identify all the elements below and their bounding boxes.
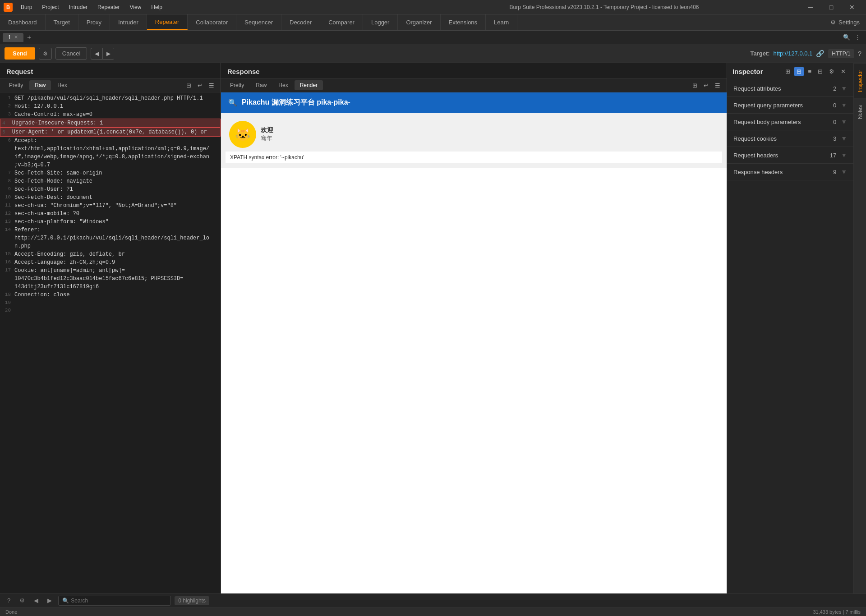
request-tab-raw[interactable]: Raw xyxy=(29,80,51,90)
link-icon[interactable]: 🔗 xyxy=(816,50,825,58)
tab-search-icon[interactable]: 🔍 xyxy=(841,32,852,42)
code-line-6b: text/html,application/xhtml+xml,applicat… xyxy=(0,145,221,153)
inspector-chevron-cookies: ▼ xyxy=(841,135,847,142)
nav-tab-collaborator[interactable]: Collaborator xyxy=(188,14,236,30)
tab-bar: 1 ✕ + 🔍 ⋮ xyxy=(0,31,866,44)
nav-tab-learn[interactable]: Learn xyxy=(486,14,517,30)
code-line-1: 1 GET /pikachu/vul/sqli/sqli_header/sqli… xyxy=(0,94,221,102)
render-welcome-text: 欢迎 骞年 xyxy=(261,126,273,143)
menu-intruder[interactable]: Intruder xyxy=(64,2,92,12)
code-line-8: 8 Sec-Fetch-Mode: navigate xyxy=(0,177,221,185)
inspector-chevron-body-params: ▼ xyxy=(841,118,847,125)
inspector-align-btn[interactable]: ≡ xyxy=(806,67,814,76)
nav-tab-intruder[interactable]: Intruder xyxy=(110,14,147,30)
menu-help[interactable]: Help xyxy=(147,2,167,12)
request-format-icon[interactable]: ⊟ xyxy=(184,81,194,90)
inspector-row-cookies[interactable]: Request cookies 3 ▼ xyxy=(727,130,853,147)
highlights-badge[interactable]: 0 highlights xyxy=(175,596,209,605)
inspector-header: Inspector ⊞ ⊟ ≡ ⊟ ⚙ ✕ xyxy=(727,63,853,80)
inspector-row-request-attributes[interactable]: Request attributes 2 ▼ xyxy=(727,80,853,97)
render-page-title: Pikachu 漏洞练习平台 pika-pika- xyxy=(242,98,350,107)
bottom-forward-button[interactable]: ▶ xyxy=(45,596,55,605)
nav-tab-proxy[interactable]: Proxy xyxy=(78,14,110,30)
menu-burp[interactable]: Burp xyxy=(16,2,37,12)
bottom-search-container[interactable]: 🔍 xyxy=(58,596,171,606)
request-tab-pretty[interactable]: Pretty xyxy=(4,80,28,90)
help-button[interactable]: ? xyxy=(858,50,861,57)
nav-tab-extensions[interactable]: Extensions xyxy=(441,14,486,30)
nav-forward-button[interactable]: ▶ xyxy=(102,48,114,60)
inspector-align2-btn[interactable]: ⊟ xyxy=(815,67,825,76)
settings-button[interactable]: ⚙ Settings xyxy=(824,16,866,28)
nav-tab-decoder[interactable]: Decoder xyxy=(281,14,320,30)
close-button[interactable]: ✕ xyxy=(842,0,862,14)
inspector-panel: Inspector ⊞ ⊟ ≡ ⊟ ⚙ ✕ Request attributes… xyxy=(727,63,853,593)
add-tab-button[interactable]: + xyxy=(24,32,34,42)
side-tab-notes[interactable]: Notes xyxy=(854,98,866,125)
request-code-area[interactable]: 1 GET /pikachu/vul/sqli/sqli_header/sqli… xyxy=(0,92,221,593)
nav-tab-dashboard[interactable]: Dashboard xyxy=(0,14,46,30)
tab-menu-icon[interactable]: ⋮ xyxy=(852,32,863,42)
bottom-settings-button[interactable]: ⚙ xyxy=(17,596,28,605)
response-menu-icon[interactable]: ☰ xyxy=(712,81,723,90)
response-newline-icon[interactable]: ↵ xyxy=(701,81,711,90)
code-line-10: 10 Sec-Fetch-Dest: document xyxy=(0,193,221,202)
bottom-back-button[interactable]: ◀ xyxy=(31,596,41,605)
code-line-3: 3 Cache-Control: max-age=0 xyxy=(0,110,221,119)
minimize-button[interactable]: ─ xyxy=(800,0,821,14)
inspector-row-request-headers[interactable]: Request headers 17 ▼ xyxy=(727,147,853,164)
tab-close-1[interactable]: ✕ xyxy=(14,34,18,40)
response-tab-render[interactable]: Render xyxy=(295,80,323,90)
bottom-help-button[interactable]: ? xyxy=(5,596,13,605)
inspector-chevron-response-headers: ▼ xyxy=(841,168,847,175)
response-tab-pretty[interactable]: Pretty xyxy=(225,80,249,90)
request-tab-hex[interactable]: Hex xyxy=(52,80,72,90)
nav-tab-logger[interactable]: Logger xyxy=(363,14,398,30)
repeater-tab-1[interactable]: 1 ✕ xyxy=(3,33,23,42)
menu-project[interactable]: Project xyxy=(37,2,63,12)
send-button[interactable]: Send xyxy=(5,47,35,60)
inspector-row-response-headers[interactable]: Response headers 9 ▼ xyxy=(727,164,853,180)
response-tab-hex[interactable]: Hex xyxy=(273,80,293,90)
title-bar: B Burp Project Intruder Repeater View He… xyxy=(0,0,866,14)
inspector-close-btn[interactable]: ✕ xyxy=(838,67,848,76)
request-settings-button[interactable]: ⚙ xyxy=(39,48,52,60)
code-line-13: 13 sec-ch-ua-platform: "Windows" xyxy=(0,218,221,226)
cancel-button[interactable]: Cancel xyxy=(55,47,87,60)
inspector-chevron-request-attributes: ▼ xyxy=(841,85,847,92)
response-panel-title: Response xyxy=(221,63,727,78)
inspector-layout1-btn[interactable]: ⊞ xyxy=(783,67,792,76)
inspector-row-query-params[interactable]: Request query parameters 0 ▼ xyxy=(727,97,853,114)
nav-back-button[interactable]: ◀ xyxy=(91,48,102,60)
window-controls: ─ □ ✕ xyxy=(800,0,862,14)
menu-view[interactable]: View xyxy=(125,2,146,12)
code-line-19: 19 xyxy=(0,299,221,307)
response-tab-raw[interactable]: Raw xyxy=(250,80,272,90)
code-line-7: 7 Sec-Fetch-Site: same-origin xyxy=(0,169,221,177)
menu-repeater[interactable]: Repeater xyxy=(93,2,124,12)
inspector-icon-btns: ⊞ ⊟ ≡ ⊟ ⚙ ✕ xyxy=(783,67,848,76)
nav-tab-comparer[interactable]: Comparer xyxy=(320,14,363,30)
code-line-17a: 17 Cookie: ant[uname]=admin; ant[pw]= xyxy=(0,267,221,275)
code-line-16: 16 Accept-Language: zh-CN,zh;q=0.9 xyxy=(0,258,221,267)
maximize-button[interactable]: □ xyxy=(821,0,842,14)
response-wordwrap-icon[interactable]: ⊞ xyxy=(690,81,700,90)
inspector-body: Request attributes 2 ▼ Request query par… xyxy=(727,80,853,593)
nav-tab-repeater[interactable]: Repeater xyxy=(147,14,188,30)
request-newline-icon[interactable]: ↵ xyxy=(195,81,205,90)
nav-tab-sequencer[interactable]: Sequencer xyxy=(236,14,281,30)
window-title: Burp Suite Professional v2023.10.2.1 - T… xyxy=(408,4,800,10)
inspector-row-body-params[interactable]: Request body parameters 0 ▼ xyxy=(727,114,853,130)
inspector-layout2-btn[interactable]: ⊟ xyxy=(794,67,804,76)
status-stats: 31,433 bytes | 7 millis xyxy=(813,609,861,615)
search-input[interactable] xyxy=(71,598,167,604)
code-line-15: 15 Accept-Encoding: gzip, deflate, br xyxy=(0,250,221,258)
side-tab-inspector[interactable]: Inspector xyxy=(854,63,866,98)
nav-tab-organizer[interactable]: Organizer xyxy=(398,14,440,30)
request-panel-tabs: Pretty Raw Hex ⊟ ↵ ☰ xyxy=(0,78,221,92)
request-menu-icon[interactable]: ☰ xyxy=(206,81,217,90)
inspector-settings-btn[interactable]: ⚙ xyxy=(827,67,837,76)
code-line-2: 2 Host: 127.0.0.1 xyxy=(0,102,221,110)
code-line-12: 12 sec-ch-ua-mobile: ?0 xyxy=(0,210,221,218)
nav-tab-target[interactable]: Target xyxy=(46,14,78,30)
